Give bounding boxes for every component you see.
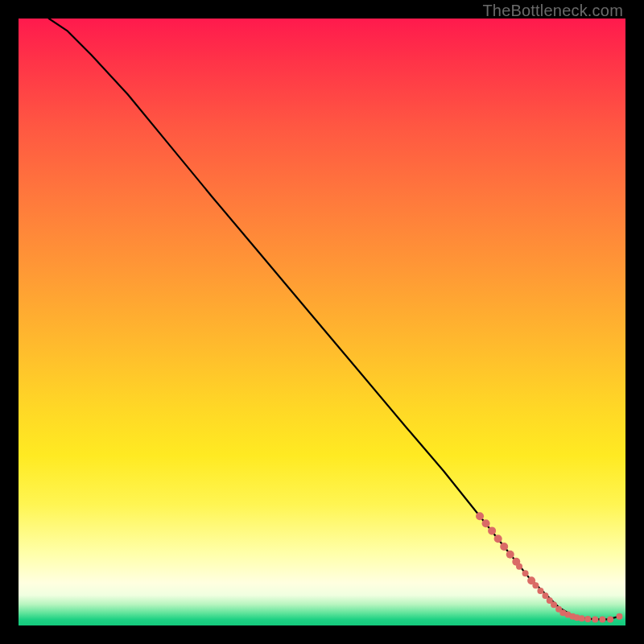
- highlight-marker: [506, 551, 514, 559]
- highlight-marker: [516, 564, 522, 570]
- highlight-marker: [579, 615, 585, 621]
- highlight-marker-group: [476, 512, 622, 622]
- highlight-marker: [607, 616, 613, 622]
- chart-overlay-svg: [19, 19, 625, 625]
- chart-frame: [19, 19, 625, 625]
- watermark-text: TheBottleneck.com: [482, 2, 623, 20]
- highlight-marker: [537, 588, 543, 594]
- highlight-marker: [500, 543, 508, 551]
- highlight-marker: [599, 616, 605, 622]
- highlight-marker: [522, 570, 529, 576]
- highlight-marker: [592, 616, 598, 622]
- highlight-marker: [476, 512, 484, 520]
- highlight-marker: [542, 592, 548, 599]
- highlight-marker: [488, 526, 496, 535]
- bottleneck-curve-line: [49, 19, 620, 619]
- highlight-marker: [494, 535, 502, 543]
- highlight-marker: [616, 613, 622, 620]
- highlight-marker: [532, 582, 539, 588]
- highlight-marker: [584, 616, 591, 622]
- highlight-marker: [551, 601, 557, 608]
- highlight-marker: [482, 519, 490, 527]
